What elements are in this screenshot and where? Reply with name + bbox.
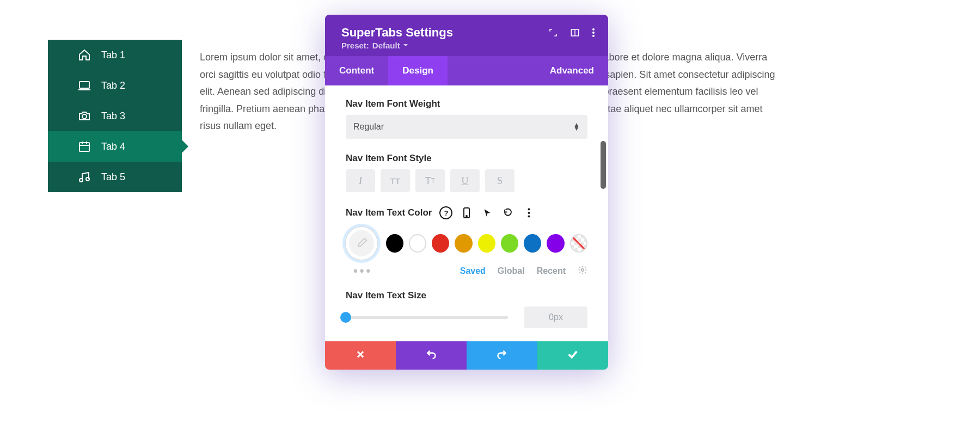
swatch-blue[interactable] — [524, 234, 541, 253]
svg-point-1 — [82, 114, 87, 119]
label-font-weight: Nav Item Font Weight — [346, 99, 587, 109]
svg-point-7 — [592, 32, 595, 34]
swatch-red[interactable] — [432, 234, 449, 253]
select-font-weight[interactable]: Regular ▲▼ — [346, 115, 587, 139]
strikethrough-button[interactable]: S — [485, 169, 514, 192]
svg-point-14 — [581, 269, 584, 272]
expand-icon[interactable] — [548, 28, 558, 38]
swatch-green[interactable] — [501, 234, 518, 253]
svg-point-11 — [528, 208, 530, 211]
color-picker-button[interactable] — [346, 227, 377, 260]
more-icon[interactable] — [592, 28, 595, 38]
settings-modal: SuperTabs Settings Preset: Default Conte… — [325, 15, 608, 370]
cancel-button[interactable] — [325, 341, 396, 370]
side-tab-3[interactable]: Tab 3 — [48, 101, 182, 131]
redo-icon — [497, 349, 507, 363]
side-tab-label: Tab 5 — [101, 171, 125, 183]
svg-point-10 — [466, 216, 467, 217]
modal-body: Nav Item Font Weight Regular ▲▼ Nav Item… — [325, 85, 608, 341]
text-size-slider[interactable] — [346, 316, 508, 319]
color-swatches — [346, 227, 587, 260]
preset-value: Default — [372, 41, 400, 50]
titlecase-button[interactable]: TT — [415, 169, 445, 192]
side-tab-1[interactable]: Tab 1 — [48, 40, 182, 70]
scrollbar-thumb[interactable] — [601, 141, 606, 189]
label-font-style: Nav Item Font Style — [346, 153, 587, 164]
select-caret-icon: ▲▼ — [573, 123, 580, 131]
undo-icon — [426, 349, 437, 363]
caret-down-icon — [403, 44, 408, 48]
modal-header: SuperTabs Settings Preset: Default — [325, 15, 608, 56]
swatch-orange[interactable] — [455, 234, 472, 253]
device-icon[interactable] — [460, 206, 473, 219]
svg-point-3 — [79, 179, 83, 182]
label-text-color: Nav Item Text Color — [346, 207, 432, 218]
svg-point-4 — [86, 177, 89, 181]
palette-tab-global[interactable]: Global — [498, 266, 525, 276]
select-value: Regular — [353, 122, 384, 132]
svg-point-12 — [528, 212, 530, 214]
tab-advanced[interactable]: Advanced — [536, 56, 608, 85]
side-tab-2[interactable]: Tab 2 — [48, 70, 182, 101]
preset-selector[interactable]: Preset: Default — [341, 41, 408, 50]
columns-icon[interactable] — [570, 28, 580, 38]
modal-tabs: Content Design Advanced — [325, 56, 608, 85]
check-icon — [567, 348, 579, 363]
reset-icon[interactable] — [501, 206, 514, 219]
help-icon[interactable]: ? — [439, 206, 452, 219]
modal-footer — [325, 341, 608, 370]
svg-rect-0 — [79, 82, 89, 88]
hover-icon[interactable] — [481, 206, 494, 219]
calendar-icon — [77, 140, 91, 153]
swatch-purple[interactable] — [547, 234, 564, 253]
italic-button[interactable]: I — [346, 169, 375, 192]
side-tab-5[interactable]: Tab 5 — [48, 162, 182, 192]
svg-rect-2 — [79, 143, 89, 151]
text-size-input[interactable]: 0px — [524, 306, 587, 328]
save-button[interactable] — [537, 341, 608, 370]
tab-design[interactable]: Design — [388, 56, 448, 85]
label-text-size: Nav Item Text Size — [346, 290, 587, 301]
side-tab-label: Tab 3 — [101, 111, 125, 122]
side-tab-label: Tab 4 — [101, 141, 125, 152]
modal-title: SuperTabs Settings — [341, 26, 453, 40]
swatch-white[interactable] — [409, 234, 426, 253]
camera-icon — [77, 109, 91, 122]
svg-point-8 — [592, 35, 595, 37]
svg-point-13 — [528, 216, 530, 218]
undo-button[interactable] — [396, 341, 467, 370]
home-icon — [77, 48, 91, 62]
slider-thumb[interactable] — [340, 312, 351, 323]
preset-label: Preset: — [341, 41, 369, 50]
gear-icon[interactable] — [578, 265, 587, 277]
svg-point-6 — [592, 28, 595, 30]
swatch-transparent[interactable] — [570, 234, 587, 253]
palette-tab-saved[interactable]: Saved — [460, 266, 486, 276]
swatch-black[interactable] — [386, 234, 403, 253]
close-icon — [356, 349, 365, 362]
music-icon — [77, 170, 91, 183]
side-tab-label: Tab 2 — [101, 80, 125, 91]
side-tab-label: Tab 1 — [101, 50, 125, 61]
redo-button[interactable] — [467, 341, 537, 370]
swatch-yellow[interactable] — [478, 234, 495, 253]
uppercase-button[interactable]: TT — [381, 169, 410, 192]
tab-content[interactable]: Content — [325, 56, 388, 85]
side-tab-4[interactable]: Tab 4 — [48, 131, 182, 162]
options-icon[interactable] — [522, 206, 535, 219]
palette-tab-recent[interactable]: Recent — [537, 266, 566, 276]
laptop-icon — [77, 79, 91, 92]
underline-button[interactable]: U — [450, 169, 480, 192]
side-tabs: Tab 1 Tab 2 Tab 3 Tab 4 Tab 5 — [48, 40, 182, 192]
